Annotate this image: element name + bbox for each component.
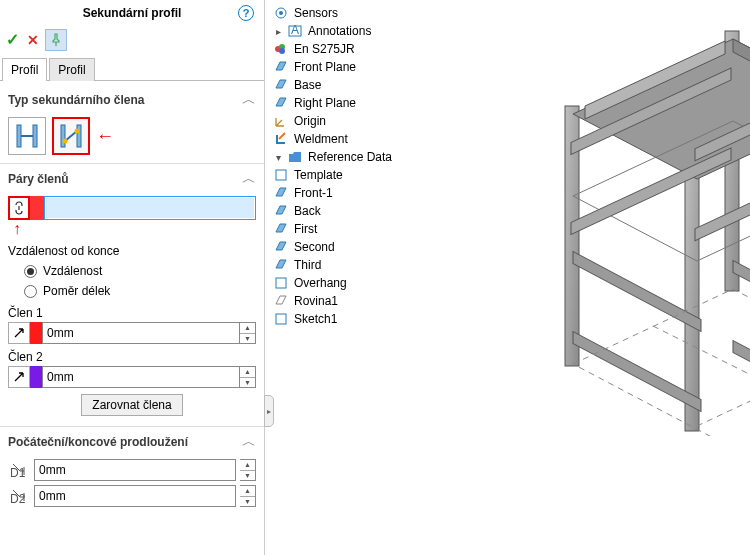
- tabs: Profil Profil: [0, 57, 264, 81]
- tree-item[interactable]: Right Plane: [294, 96, 356, 110]
- section-secondary-type[interactable]: Typ sekundárního člena ︿: [0, 85, 264, 113]
- svg-rect-37: [573, 331, 701, 411]
- weldment-icon: [273, 131, 289, 147]
- tree-item[interactable]: Second: [294, 240, 335, 254]
- type-option-1[interactable]: [8, 117, 46, 155]
- plane-icon: [273, 185, 289, 201]
- expander-icon[interactable]: ▸: [273, 26, 283, 37]
- member2-label: Člen 2: [8, 344, 256, 366]
- expander-icon[interactable]: ▾: [273, 152, 283, 163]
- flip-button-1[interactable]: [8, 322, 30, 344]
- sketch-icon: [273, 275, 289, 291]
- model-viewport[interactable]: [465, 6, 750, 436]
- graphics-area[interactable]: Sensors ▸AAnnotations En S275JR Front Pl…: [265, 0, 750, 555]
- chain-button[interactable]: [8, 196, 30, 220]
- member2-color: [30, 366, 42, 388]
- callout-arrow-icon: ←: [96, 126, 114, 147]
- ext1-input[interactable]: 0mm: [34, 459, 236, 481]
- radio-distance[interactable]: Vzdálenost: [8, 260, 256, 280]
- plane-icon: [273, 239, 289, 255]
- panel-header: Sekundární profil ?: [0, 0, 264, 26]
- panel-expand-handle[interactable]: ▸: [264, 395, 274, 427]
- tree-item[interactable]: Base: [294, 78, 321, 92]
- svg-rect-1: [33, 125, 37, 147]
- tree-item[interactable]: Origin: [294, 114, 326, 128]
- ext2-spinner[interactable]: ▲▼: [240, 485, 256, 507]
- tree-item[interactable]: Back: [294, 204, 321, 218]
- member2-spinner[interactable]: ▲▼: [240, 366, 256, 388]
- chevron-up-icon: ︿: [242, 91, 256, 109]
- plane-icon: [273, 257, 289, 273]
- tree-item[interactable]: First: [294, 222, 317, 236]
- tree-item[interactable]: Weldment: [294, 132, 348, 146]
- ext2-input[interactable]: 0mm: [34, 485, 236, 507]
- plane-icon: [273, 59, 289, 75]
- svg-text:D2: D2: [10, 492, 26, 505]
- tab-profile-2[interactable]: Profil: [49, 58, 94, 81]
- tree-item[interactable]: Front-1: [294, 186, 333, 200]
- folder-icon: [287, 149, 303, 165]
- panel-title: Sekundární profil: [8, 6, 256, 20]
- tree-item[interactable]: Annotations: [308, 24, 371, 38]
- section-pairs[interactable]: Páry členů ︿: [0, 163, 264, 192]
- cancel-button[interactable]: ✕: [25, 30, 41, 50]
- section-extension[interactable]: Počáteční/koncové prodloužení ︿: [0, 426, 264, 455]
- d2-icon: D2: [8, 485, 30, 507]
- ok-button[interactable]: ✓: [4, 28, 21, 51]
- svg-point-7: [75, 129, 80, 134]
- tree-item[interactable]: En S275JR: [294, 42, 355, 56]
- member1-color: [30, 322, 42, 344]
- plane-icon: [273, 77, 289, 93]
- pair-color-swatch: [30, 196, 44, 220]
- sensors-icon: [273, 5, 289, 21]
- origin-icon: [273, 113, 289, 129]
- sketch-icon: [273, 311, 289, 327]
- pin-button[interactable]: [45, 29, 67, 51]
- ext1-spinner[interactable]: ▲▼: [240, 459, 256, 481]
- radio-checked-icon: [24, 265, 37, 278]
- svg-text:A: A: [291, 23, 299, 37]
- member1-label: Člen 1: [8, 300, 256, 322]
- d1-icon: D1: [8, 459, 30, 481]
- tree-item[interactable]: Overhang: [294, 276, 347, 290]
- tree-item[interactable]: Template: [294, 168, 343, 182]
- chevron-up-icon: ︿: [242, 433, 256, 451]
- tree-item[interactable]: Sensors: [294, 6, 338, 20]
- svg-point-11: [279, 11, 283, 15]
- tree-item[interactable]: Rovina1: [294, 294, 338, 308]
- tree-item[interactable]: Sketch1: [294, 312, 337, 326]
- plane-icon: [273, 293, 289, 309]
- plane-icon: [273, 203, 289, 219]
- svg-rect-4: [77, 125, 81, 147]
- member1-input[interactable]: 0mm: [42, 322, 240, 344]
- svg-rect-17: [276, 170, 286, 180]
- annotations-icon: A: [287, 23, 303, 39]
- svg-rect-38: [733, 340, 750, 420]
- align-member-button[interactable]: Zarovnat člena: [81, 394, 182, 416]
- tree-item[interactable]: Front Plane: [294, 60, 356, 74]
- plane-icon: [273, 221, 289, 237]
- radio-icon: [24, 285, 37, 298]
- member2-input[interactable]: 0mm: [42, 366, 240, 388]
- pair-selection-input[interactable]: [44, 196, 256, 220]
- flip-button-2[interactable]: [8, 366, 30, 388]
- callout-up-arrow-icon: ↑: [13, 220, 256, 238]
- help-icon[interactable]: ?: [238, 5, 254, 21]
- radio-ratio[interactable]: Poměr délek: [8, 280, 256, 300]
- svg-rect-3: [61, 125, 65, 147]
- tree-item[interactable]: Reference Data: [308, 150, 392, 164]
- svg-rect-0: [17, 125, 21, 147]
- svg-rect-33: [573, 251, 701, 331]
- plane-icon: [273, 95, 289, 111]
- svg-text:D1: D1: [10, 466, 26, 479]
- svg-rect-34: [733, 260, 750, 340]
- svg-point-16: [279, 48, 285, 54]
- tree-item[interactable]: Third: [294, 258, 321, 272]
- distance-label: Vzdálenost od konce: [8, 238, 256, 260]
- svg-point-6: [63, 139, 68, 144]
- chevron-up-icon: ︿: [242, 170, 256, 188]
- svg-rect-19: [276, 314, 286, 324]
- member1-spinner[interactable]: ▲▼: [240, 322, 256, 344]
- type-option-2[interactable]: [52, 117, 90, 155]
- tab-profile-1[interactable]: Profil: [2, 58, 47, 81]
